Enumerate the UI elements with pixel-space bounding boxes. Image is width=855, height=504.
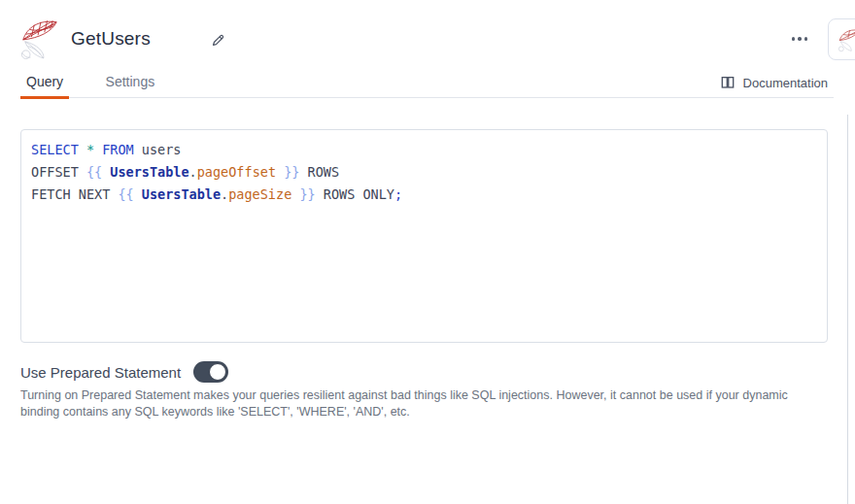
edit-name-button[interactable] [206,28,229,51]
code-line: SELECT * FROM users [31,139,817,161]
more-actions-button[interactable] [783,29,816,49]
prepared-statement-help-text: Turning on Prepared Statement makes your… [20,387,809,420]
code-line: FETCH NEXT {{ UsersTable.pageSize }} ROW… [31,184,817,206]
tab-settings[interactable]: Settings [100,70,161,97]
code-line: OFFSET {{ UsersTable.pageOffset }} ROWS [31,161,817,184]
prepared-statement-toggle[interactable] [193,361,228,383]
code-content: SELECT * FROM usersOFFSET {{ UsersTable.… [21,130,827,215]
sql-server-logo [19,15,60,61]
documentation-label: Documentation [743,76,828,90]
sql-server-logo-small [838,26,855,52]
pencil-icon [210,32,226,49]
book-icon [720,75,735,90]
query-editor-page: GetUsers Query Settings [0,0,855,504]
tab-query[interactable]: Query [20,70,69,97]
ellipsis-icon [792,37,796,41]
editor-tabbar: Query Settings Documentation [20,70,834,98]
prepared-statement-row: Use Prepared Statement [20,359,228,385]
query-name[interactable]: GetUsers [71,28,151,50]
documentation-link[interactable]: Documentation [720,75,828,90]
datasource-card[interactable] [828,18,855,60]
toggle-knob [209,363,226,381]
sql-code-editor[interactable]: SELECT * FROM usersOFFSET {{ UsersTable.… [20,129,828,343]
prepared-statement-label: Use Prepared Statement [20,364,181,381]
right-pane-divider [847,115,848,504]
